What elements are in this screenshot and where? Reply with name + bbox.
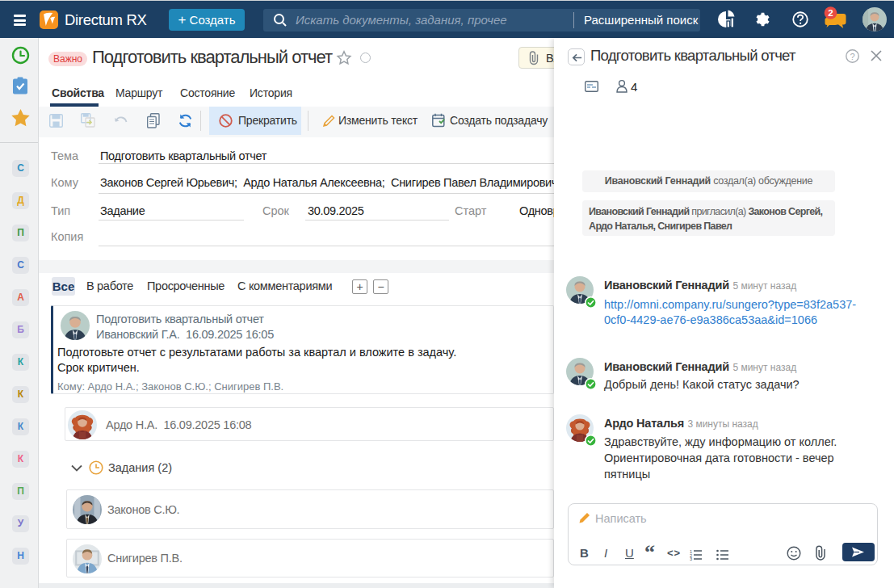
svg-text:3: 3	[690, 556, 692, 561]
svg-text:?: ?	[850, 52, 854, 61]
svg-text:2: 2	[828, 8, 833, 18]
